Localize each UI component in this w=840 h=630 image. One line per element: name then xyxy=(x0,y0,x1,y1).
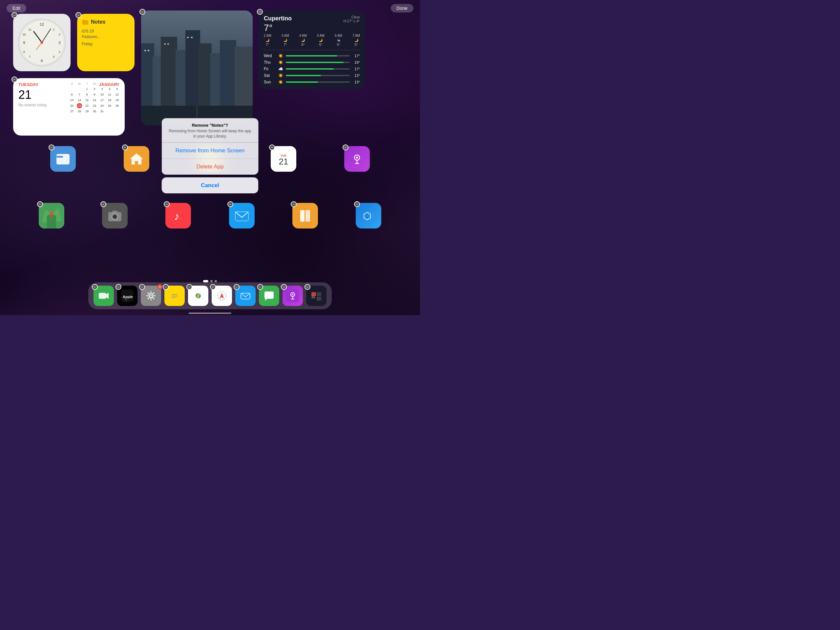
cal-day-label: Tuesday xyxy=(18,82,38,87)
action-sheet: Remove "Notes"? Removing from Home Scree… xyxy=(162,118,259,193)
cal-day-num: 29 xyxy=(84,109,90,114)
home-app-icon[interactable] xyxy=(124,146,149,172)
app-wrapper-maps: − xyxy=(39,203,64,228)
podcasts-minus[interactable]: − xyxy=(343,144,349,150)
calendar-minus[interactable]: − xyxy=(269,144,275,150)
svg-rect-35 xyxy=(187,37,189,38)
calendar-app-icon[interactable]: TUE 21 xyxy=(271,146,296,172)
action-sheet-cancel-wrap: Cancel xyxy=(162,177,259,193)
dock-podcasts-minus[interactable]: − xyxy=(281,284,287,290)
action-sheet-subtitle: Removing from Home Screen will keep the … xyxy=(167,129,253,139)
dock-photos-wrapper: − xyxy=(188,286,208,306)
svg-text:A: A xyxy=(365,214,368,219)
cal-grid: SMTWTFS 12345678910111213141516171819202… xyxy=(68,82,121,114)
photo-widget xyxy=(141,11,253,125)
cal-day-num: 20 xyxy=(69,103,74,108)
camera-minus[interactable]: − xyxy=(100,201,106,207)
maps-minus[interactable]: − xyxy=(37,201,43,207)
app-wrapper-home: − xyxy=(124,146,149,172)
remove-from-homescreen-button[interactable]: Remove from Home Screen xyxy=(162,142,259,158)
podcasts-app-icon[interactable] xyxy=(344,146,370,172)
svg-text:4: 4 xyxy=(59,50,60,54)
cal-grid-header: SMTWTFS xyxy=(68,82,121,85)
dock-facetime-minus[interactable]: − xyxy=(92,284,98,290)
svg-text:5: 5 xyxy=(53,55,55,59)
weather-hour-5: 6 AM 🌤 5° xyxy=(335,34,342,47)
top-bar: Edit Done xyxy=(0,4,420,13)
dock-multitask-minus[interactable]: − xyxy=(305,284,310,290)
svg-text:6: 6 xyxy=(41,59,43,63)
cal-day-num: 11 xyxy=(107,92,112,97)
svg-point-45 xyxy=(356,157,358,158)
weather-day-sat: Sat ☀️ 13° xyxy=(264,73,360,78)
page-dot-1 xyxy=(203,280,208,282)
svg-rect-59 xyxy=(305,210,310,222)
svg-point-104 xyxy=(292,294,293,295)
books-app-icon[interactable] xyxy=(292,203,318,228)
svg-rect-102 xyxy=(286,290,299,302)
dock-settings-minus[interactable]: − xyxy=(139,284,145,290)
cal-day-num: 6 xyxy=(69,92,74,97)
cal-day-num: 4 xyxy=(107,86,112,92)
books-minus[interactable]: − xyxy=(291,201,297,207)
svg-text:2: 2 xyxy=(59,33,60,36)
svg-text:12: 12 xyxy=(40,22,44,26)
cal-day-num: 14 xyxy=(77,98,82,103)
dock-safari-minus[interactable]: − xyxy=(210,284,216,290)
notes-widget-minus[interactable]: − xyxy=(76,12,81,18)
weather-hour-6: 7 AM 🌙 5° xyxy=(352,34,360,47)
svg-rect-111 xyxy=(317,297,321,301)
dock-appletv-minus[interactable]: − xyxy=(115,284,122,290)
app-wrapper-appstore: − ⬡A xyxy=(356,203,381,228)
svg-rect-109 xyxy=(311,292,316,296)
page-dot-2 xyxy=(210,280,213,282)
svg-text:3: 3 xyxy=(58,40,60,45)
weather-hour-1: 2 AM 🌙 7° xyxy=(264,34,272,47)
cancel-button[interactable]: Cancel xyxy=(162,177,259,193)
home-indicator xyxy=(189,313,231,314)
cal-day-num: 28 xyxy=(77,109,82,114)
cal-day-num: 13 xyxy=(69,98,74,103)
appstore-app-icon[interactable]: ⬡A xyxy=(356,203,381,228)
clock-widget-minus[interactable]: − xyxy=(11,12,17,18)
weather-widget: Cupertino 7° Clear H:17° L:4° 2 AM 🌙 7° … xyxy=(259,11,365,89)
weather-hour-4: 5 AM 🌙 5° xyxy=(317,34,325,47)
dock-safari-wrapper: − xyxy=(212,286,232,306)
mail2-app-icon[interactable] xyxy=(229,203,255,228)
music-app-icon[interactable]: ♪ xyxy=(165,203,191,228)
svg-rect-31 xyxy=(144,50,146,51)
dock-messages-minus[interactable]: − xyxy=(257,284,263,290)
svg-text:TV: TV xyxy=(124,298,128,301)
svg-point-16 xyxy=(41,41,43,44)
dock-mail-minus[interactable]: − xyxy=(234,284,240,290)
delete-app-button[interactable]: Delete App xyxy=(162,158,259,175)
weather-hour-3: 4 AM 🌙 6° xyxy=(299,34,307,47)
svg-text:11: 11 xyxy=(28,28,32,31)
dock: − − AppleTV − 3 − − xyxy=(88,282,332,309)
maps-app-icon[interactable] xyxy=(39,203,64,228)
dock-notes-minus[interactable]: − xyxy=(163,284,169,290)
files-app-icon[interactable] xyxy=(50,146,76,172)
weather-temp: 7° xyxy=(264,23,292,33)
svg-point-49 xyxy=(49,211,54,215)
cal-day-num: 19 xyxy=(115,98,120,103)
weather-highlow: H:17° L:4° xyxy=(344,19,360,23)
weather-daily: Wed ☀️ 17° Thu ☀️ 19° Fri ☁️ 17° Sat ☀️ xyxy=(264,54,360,84)
svg-rect-80 xyxy=(168,290,181,302)
files-minus[interactable]: − xyxy=(49,144,54,150)
done-button[interactable]: Done xyxy=(391,4,414,13)
notes-folder-icon xyxy=(82,18,89,25)
svg-text:9: 9 xyxy=(23,40,25,45)
calendar-widget-minus[interactable]: − xyxy=(11,76,17,82)
app-wrapper-books: − xyxy=(292,203,318,228)
dock-mail-wrapper: − xyxy=(235,286,256,306)
weather-hourly: 2 AM 🌙 7° 3 AM 🌙 7° 4 AM 🌙 6° 5 AM 🌙 5° … xyxy=(264,34,360,50)
dock-photos-minus[interactable]: − xyxy=(186,284,192,290)
cal-day-num: 18 xyxy=(107,98,112,103)
app-wrapper-files: − xyxy=(50,146,76,172)
svg-point-71 xyxy=(150,295,152,296)
mail2-minus[interactable]: − xyxy=(227,201,233,207)
home-minus[interactable]: − xyxy=(122,144,128,150)
edit-button[interactable]: Edit xyxy=(6,4,26,13)
camera-app-icon[interactable] xyxy=(102,203,128,228)
